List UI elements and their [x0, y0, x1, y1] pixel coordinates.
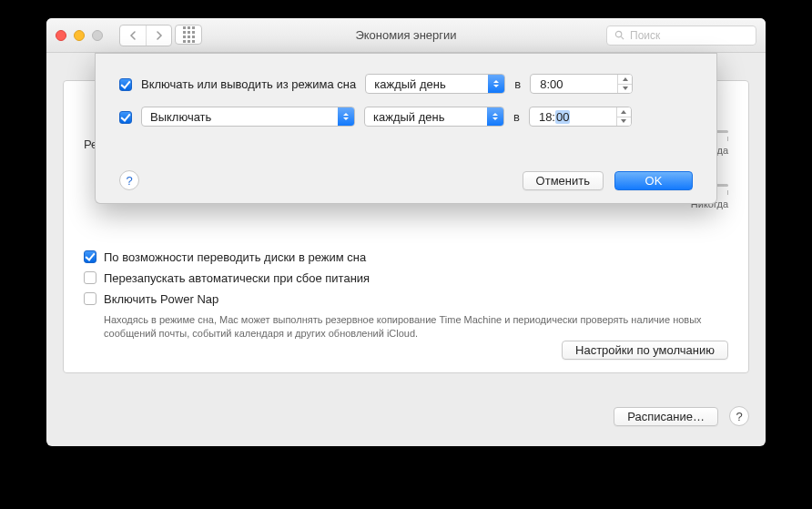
startup-checkbox[interactable] — [119, 78, 132, 91]
sheet-actions: Отменить OK — [523, 171, 693, 190]
time-value: 18:00 — [530, 110, 616, 124]
search-icon — [614, 30, 624, 40]
window-controls — [56, 30, 103, 41]
grid-icon — [183, 26, 195, 43]
time-stepper[interactable] — [617, 75, 632, 93]
startup-frequency-select[interactable]: каждый день — [365, 74, 505, 94]
checkbox-icon[interactable] — [84, 250, 96, 263]
help-button[interactable]: ? — [729, 406, 749, 426]
button-label: Отменить — [536, 174, 590, 188]
help-icon: ? — [736, 410, 742, 423]
back-button[interactable] — [120, 25, 146, 46]
shutdown-checkbox[interactable] — [119, 111, 132, 124]
startup-label: Включать или выводить из режима сна — [141, 77, 356, 91]
schedule-sheet: Включать или выводить из режима сна кажд… — [95, 53, 717, 204]
titlebar: Экономия энергии Поиск — [46, 18, 766, 53]
checkbox-icon[interactable] — [84, 292, 96, 305]
svg-line-1 — [621, 36, 624, 39]
select-value: каждый день — [365, 110, 452, 124]
footer-row: Расписание… ? — [614, 406, 749, 426]
check-sleep-disks[interactable]: По возможности переводить диски в режим … — [84, 249, 728, 266]
time-stepper[interactable] — [616, 107, 631, 126]
cancel-button[interactable]: Отменить — [523, 171, 604, 190]
zoom-icon — [92, 30, 103, 41]
button-label: OK — [645, 174, 663, 188]
nav-back-forward — [119, 25, 172, 46]
button-label: Расписание… — [627, 410, 705, 423]
stepper-down-icon[interactable] — [618, 84, 632, 94]
checkbox-list: По возможности переводить диски в режим … — [84, 249, 728, 341]
checkbox-icon[interactable] — [84, 271, 96, 284]
checkbox-label: Перезапускать автоматически при сбое пит… — [104, 270, 370, 287]
time-value: 8:00 — [531, 77, 617, 91]
svg-point-0 — [615, 31, 621, 36]
stepper-down-icon[interactable] — [617, 117, 631, 127]
at-label: в — [513, 110, 520, 124]
close-icon[interactable] — [56, 30, 66, 41]
select-value: каждый день — [366, 77, 453, 91]
minimize-icon[interactable] — [74, 30, 85, 41]
ok-button[interactable]: OK — [614, 171, 693, 190]
check-restart-power-failure[interactable]: Перезапускать автоматически при сбое пит… — [84, 270, 728, 287]
at-label: в — [514, 77, 521, 91]
chevron-up-down-icon — [488, 75, 504, 93]
stepper-up-icon[interactable] — [617, 107, 631, 117]
select-value: Выключать — [142, 110, 219, 124]
shutdown-action-select[interactable]: Выключать — [141, 107, 355, 127]
schedule-row-shutdown: Выключать каждый день в 18:00 — [119, 107, 693, 127]
schedule-row-startup: Включать или выводить из режима сна кажд… — [119, 74, 693, 94]
startup-time-field[interactable]: 8:00 — [530, 74, 633, 94]
preferences-window: Экономия энергии Поиск Ре Никогда Никогд… — [46, 18, 766, 446]
button-label: Настройки по умолчанию — [575, 343, 715, 357]
sheet-help-button[interactable]: ? — [119, 170, 139, 190]
chevron-up-down-icon — [487, 107, 503, 126]
restore-defaults-button[interactable]: Настройки по умолчанию — [562, 341, 728, 360]
check-power-nap[interactable]: Включить Power Nap — [84, 291, 728, 308]
help-icon: ? — [126, 174, 132, 188]
checkbox-label: По возможности переводить диски в режим … — [104, 249, 366, 266]
forward-button[interactable] — [146, 25, 171, 46]
search-placeholder: Поиск — [630, 29, 660, 42]
chevron-up-down-icon — [338, 107, 354, 126]
shutdown-time-field[interactable]: 18:00 — [529, 107, 632, 127]
search-input[interactable]: Поиск — [606, 25, 756, 46]
power-nap-description: Находясь в режиме сна, Mac может выполня… — [104, 313, 728, 341]
schedule-button[interactable]: Расписание… — [614, 407, 718, 426]
checkbox-label: Включить Power Nap — [104, 291, 218, 308]
stepper-up-icon[interactable] — [618, 75, 632, 84]
shutdown-frequency-select[interactable]: каждый день — [364, 107, 504, 127]
show-all-button[interactable] — [175, 25, 202, 45]
